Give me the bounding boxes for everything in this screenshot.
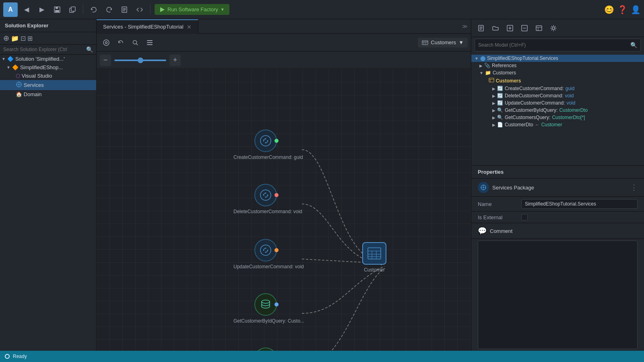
node-get-customers[interactable]: GetCustomersQuery: Customer... bbox=[233, 348, 298, 351]
se-item-simplifiedeshop[interactable]: ▼ 🔶 SimplifiedEShop... bbox=[0, 63, 96, 72]
mt-item-customers-folder[interactable]: ▼ 📁 Customers bbox=[471, 69, 644, 76]
rp-settings-button[interactable] bbox=[547, 22, 560, 35]
canvas-tool-refresh[interactable] bbox=[114, 36, 127, 49]
svg-point-21 bbox=[265, 193, 266, 194]
svg-rect-4 bbox=[71, 7, 75, 11]
mt-item-customers-node[interactable]: Customers bbox=[471, 76, 644, 85]
se-search-input[interactable] bbox=[3, 47, 86, 52]
se-item-visualstudio[interactable]: ⬡ Visual Studio bbox=[0, 72, 96, 80]
forward-button[interactable]: ▶ bbox=[35, 3, 48, 16]
node-customer-table[interactable]: Customer bbox=[362, 242, 386, 273]
se-expand-button[interactable]: ⊡ bbox=[21, 35, 26, 42]
mt-item-create-cmd[interactable]: ▶ 🔄 CreateCustomerCommand: guid bbox=[471, 85, 644, 92]
smiley-icon[interactable]: 😊 bbox=[604, 5, 614, 14]
mt-arrow-delete-cmd: ▶ bbox=[492, 94, 495, 98]
rp-new-button[interactable] bbox=[475, 22, 487, 35]
rp-table-button[interactable] bbox=[533, 22, 545, 35]
mt-icon-customers-folder: 📁 bbox=[485, 70, 491, 76]
mt-icon-create-cmd: 🔄 bbox=[497, 86, 503, 91]
mt-type-get-customers: CustomerDto[*] bbox=[552, 115, 585, 120]
mt-item-delete-cmd[interactable]: ▶ 🔄 DeleteCustomerCommand: void bbox=[471, 92, 644, 99]
tab-title: Services - SimplifiedEShopTutorial bbox=[103, 24, 184, 30]
node-port-getbyid bbox=[275, 302, 279, 306]
code-button[interactable] bbox=[133, 3, 146, 16]
undo-button[interactable] bbox=[87, 3, 100, 16]
zoom-out-button[interactable]: − bbox=[100, 55, 111, 66]
se-item-services[interactable]: Services bbox=[0, 80, 96, 90]
se-collapse-button[interactable]: ⊞ bbox=[27, 35, 33, 42]
canvas-area[interactable]: CreateCustomerCommand: guid DeleteCustom… bbox=[97, 69, 471, 351]
svg-point-26 bbox=[265, 248, 266, 249]
canvas-tool-settings[interactable] bbox=[100, 36, 113, 49]
center-panel: Services - SimplifiedEShopTutorial ✕ ≫ C… bbox=[97, 19, 471, 351]
clone-button[interactable] bbox=[66, 3, 79, 16]
se-arrow-services bbox=[13, 83, 14, 87]
rp-collapse-button[interactable] bbox=[518, 22, 531, 35]
rp-open-button[interactable] bbox=[489, 22, 502, 35]
svg-point-23 bbox=[265, 197, 266, 198]
model-search-icon[interactable]: 🔍 bbox=[630, 42, 637, 48]
pkg-icon bbox=[478, 182, 489, 193]
mt-icon-customers-node bbox=[489, 77, 494, 84]
mt-item-customer-dto[interactable]: ▶ 📄 CustomerDto ← Customer bbox=[471, 121, 644, 128]
pkg-name-label: Services Package bbox=[492, 185, 627, 191]
zoom-controls: − + bbox=[97, 51, 471, 69]
zoom-slider[interactable] bbox=[114, 60, 166, 61]
mt-icon-root: ⬤ bbox=[480, 56, 485, 61]
run-dropdown-icon[interactable]: ▼ bbox=[221, 7, 225, 12]
mt-item-get-customers[interactable]: ▶ 🔍 GetCustomersQuery: CustomerDto[*] bbox=[471, 114, 644, 121]
mt-item-references[interactable]: ▶ 📎 References bbox=[471, 62, 644, 69]
tab-overflow-button[interactable]: ≫ bbox=[459, 23, 471, 29]
tab-close-button[interactable]: ✕ bbox=[187, 24, 192, 30]
help-icon[interactable]: ❓ bbox=[617, 5, 627, 14]
node-icon-delete bbox=[254, 184, 277, 206]
rp-expand-button[interactable] bbox=[504, 22, 516, 35]
tab-bar: Services - SimplifiedEShopTutorial ✕ ≫ bbox=[97, 19, 471, 34]
solution-explorer-header: Solution Explorer bbox=[0, 19, 96, 32]
node-update-customer[interactable]: UpdateCustomerCommand: void bbox=[233, 239, 298, 269]
mt-arrow-get-byid: ▶ bbox=[492, 108, 495, 113]
prop-name-input[interactable] bbox=[521, 199, 638, 209]
se-folder-button[interactable]: 📁 bbox=[11, 35, 19, 42]
svg-point-25 bbox=[260, 245, 271, 255]
comment-section: 💬 Comment bbox=[471, 223, 644, 239]
svg-rect-12 bbox=[147, 42, 153, 43]
run-software-factory-button[interactable]: Run Software Factory ▼ bbox=[155, 4, 229, 15]
svg-point-16 bbox=[265, 138, 266, 140]
canvas-tool-config[interactable] bbox=[143, 36, 156, 49]
mt-arrow-update-cmd: ▶ bbox=[492, 101, 495, 105]
se-label-solution: Solution 'Simplified...' bbox=[15, 56, 65, 62]
tab-services[interactable]: Services - SimplifiedEShopTutorial ✕ bbox=[97, 19, 198, 34]
se-search-icon[interactable]: 🔍 bbox=[86, 46, 93, 53]
svg-rect-45 bbox=[489, 78, 494, 82]
mt-item-get-byid[interactable]: ▶ 🔍 GetCustomerByIdQuery: CustomerDto bbox=[471, 107, 644, 114]
node-get-byid[interactable]: GetCustomerByIdQuery: Custo... bbox=[233, 293, 298, 324]
se-item-solution[interactable]: ▼ 🔷 Solution 'Simplified...' bbox=[0, 55, 96, 63]
node-delete-customer[interactable]: DeleteCustomerCommand: void bbox=[233, 184, 298, 214]
comment-textarea[interactable] bbox=[478, 241, 637, 349]
back-button[interactable]: ◀ bbox=[20, 3, 33, 16]
file-button[interactable] bbox=[118, 3, 131, 16]
logo-text: A bbox=[8, 6, 13, 13]
prop-isexternal-label: Is External bbox=[478, 214, 518, 220]
node-icon-get-customers bbox=[254, 348, 277, 351]
se-icon-vs: ⬡ bbox=[16, 73, 20, 79]
pkg-menu-button[interactable]: ⋮ bbox=[630, 183, 638, 192]
node-create-customer[interactable]: CreateCustomerCommand: guid bbox=[233, 130, 298, 160]
se-add-button[interactable]: ⊕ bbox=[3, 34, 9, 43]
svg-point-8 bbox=[18, 84, 20, 85]
mt-item-update-cmd[interactable]: ▶ 🔄 UpdateCustomerCommand: void bbox=[471, 99, 644, 107]
mt-item-root[interactable]: ▼ ⬤ SimplifiedEShopTutorial.Services bbox=[471, 55, 644, 62]
model-search-input[interactable] bbox=[478, 42, 629, 48]
customers-dropdown[interactable]: Customers ▼ bbox=[418, 38, 468, 47]
svg-marker-6 bbox=[160, 7, 165, 12]
se-item-domain[interactable]: 🏠 Domain bbox=[0, 90, 96, 99]
logo-button[interactable]: A bbox=[3, 2, 18, 17]
mt-label-root: SimplifiedEShopTutorial.Services bbox=[487, 56, 558, 61]
redo-button[interactable] bbox=[103, 3, 116, 16]
canvas-tool-search[interactable] bbox=[129, 36, 142, 49]
save-button[interactable] bbox=[51, 3, 64, 16]
zoom-in-button[interactable]: + bbox=[169, 55, 181, 66]
prop-isexternal-checkbox[interactable] bbox=[521, 214, 528, 220]
account-icon[interactable]: 👤 bbox=[631, 5, 641, 14]
